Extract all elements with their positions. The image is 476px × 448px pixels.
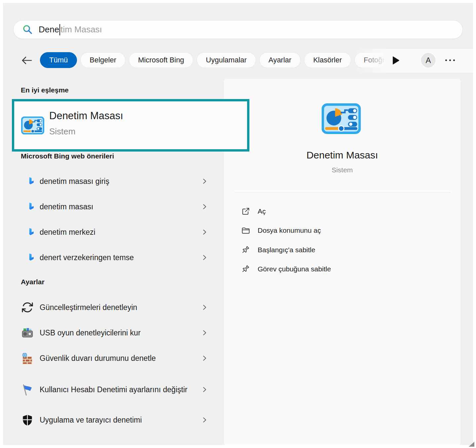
- setting-label: Kullanıcı Hesabı Denetimi ayarlarını değ…: [40, 384, 187, 396]
- tab-klasorler[interactable]: Klasörler: [304, 52, 351, 68]
- refresh-icon: [21, 301, 34, 314]
- preview-panel: Denetim Masası Sistem Aç Dosya konumunu …: [224, 79, 460, 446]
- action-open[interactable]: Aç: [224, 202, 460, 221]
- uac-flag-icon: [21, 383, 34, 396]
- bing-section-header: Microsoft Bing web önerileri: [21, 152, 114, 160]
- setting-row-usb-game-controllers[interactable]: USB oyun denetleyicilerini kur: [13, 324, 219, 342]
- setting-row-app-browser-control[interactable]: Uygulama ve tarayıcı denetimi: [13, 411, 219, 429]
- chevron-right-icon[interactable]: [201, 416, 208, 424]
- pin-icon: [241, 264, 250, 274]
- suggestion-label: denetim masası giriş: [40, 175, 109, 187]
- account-avatar[interactable]: A: [421, 53, 435, 67]
- setting-row-check-updates[interactable]: Güncelleştirmeleri denetleyin: [13, 298, 219, 317]
- action-label: Başlangıç'a sabitle: [258, 246, 315, 254]
- setting-row-uac-settings[interactable]: Kullanıcı Hesabı Denetimi ayarlarını değ…: [13, 374, 219, 405]
- settings-section-header: Ayarlar: [21, 278, 45, 286]
- search-input[interactable]: Denetim Masası: [13, 20, 463, 39]
- best-match-title: Denetim Masası: [49, 110, 123, 122]
- bing-icon: [27, 253, 36, 262]
- best-match-subtitle: Sistem: [49, 126, 75, 137]
- firewall-icon: [21, 352, 34, 364]
- best-match-result[interactable]: Denetim Masası Sistem: [14, 101, 247, 149]
- tabs-fade-overlay: [355, 49, 476, 73]
- bing-suggestion-row[interactable]: denert verzekeringen temse: [13, 248, 219, 267]
- search-suggestion-text: tim Masası: [60, 24, 102, 35]
- control-panel-icon: [321, 103, 361, 134]
- more-options-icon[interactable]: [445, 59, 455, 61]
- tab-microsoft-bing[interactable]: Microsoft Bing: [129, 52, 193, 68]
- best-match-header: En iyi eşleşme: [21, 86, 69, 94]
- tab-belgeler[interactable]: Belgeler: [80, 52, 126, 68]
- text-caret: [59, 24, 60, 35]
- avatar-letter: A: [425, 56, 431, 65]
- setting-row-firewall-status[interactable]: Güvenlik duvarı durumunu denetle: [13, 349, 219, 367]
- bing-icon: [27, 177, 36, 186]
- suggestion-label: denert verzekeringen temse: [40, 252, 134, 263]
- folder-icon: [241, 226, 250, 235]
- setting-label: Güncelleştirmeleri denetleyin: [40, 301, 137, 313]
- search-query: Denetim Masası: [39, 24, 102, 35]
- tab-tumu[interactable]: Tümü: [40, 52, 77, 68]
- chevron-right-icon[interactable]: [201, 354, 208, 362]
- scroll-tabs-right-icon[interactable]: [391, 56, 400, 65]
- chevron-right-icon[interactable]: [201, 303, 208, 311]
- action-label: Aç: [258, 207, 266, 215]
- suggestion-label: denetim masası: [40, 201, 93, 213]
- action-label: Dosya konumunu aç: [258, 226, 321, 234]
- search-icon: [22, 24, 33, 35]
- suggestion-label: denetim merkezi: [40, 226, 95, 238]
- action-open-file-location[interactable]: Dosya konumunu aç: [224, 221, 460, 240]
- bing-icon: [27, 202, 36, 211]
- chevron-right-icon[interactable]: [201, 329, 208, 337]
- chevron-right-icon[interactable]: [201, 228, 208, 236]
- divider: [235, 192, 450, 193]
- setting-label: Güvenlik duvarı durumunu denetle: [40, 352, 156, 364]
- resize-grip[interactable]: [469, 442, 474, 447]
- setting-label: Uygulama ve tarayıcı denetimi: [40, 414, 142, 426]
- bing-suggestion-row[interactable]: denetim masası: [13, 197, 219, 216]
- tab-uygulamalar[interactable]: Uygulamalar: [197, 52, 256, 68]
- search-filter-tabs: Tümü Belgeler Microsoft Bing Uygulamalar…: [40, 52, 384, 69]
- search-typed-text: Dene: [39, 24, 59, 35]
- bing-icon: [27, 228, 36, 237]
- game-controller-icon: [21, 327, 34, 339]
- chevron-right-icon[interactable]: [201, 254, 208, 261]
- preview-subtitle: Sistem: [224, 166, 460, 174]
- setting-label: USB oyun denetleyicilerini kur: [40, 327, 141, 339]
- bing-suggestion-row[interactable]: denetim masası giriş: [13, 172, 219, 190]
- control-panel-icon: [21, 116, 44, 135]
- action-pin-to-start[interactable]: Başlangıç'a sabitle: [224, 241, 460, 259]
- chevron-right-icon[interactable]: [201, 203, 208, 211]
- action-label: Görev çubuğuna sabitle: [258, 265, 331, 273]
- pin-icon: [241, 245, 250, 255]
- security-shield-icon: [21, 414, 34, 426]
- best-match-highlight-box: Denetim Masası Sistem: [12, 99, 249, 152]
- bing-suggestion-row[interactable]: denetim merkezi: [13, 223, 219, 241]
- chevron-right-icon[interactable]: [201, 386, 208, 394]
- open-external-icon: [241, 207, 250, 216]
- tab-ayarlar[interactable]: Ayarlar: [259, 52, 301, 68]
- preview-title: Denetim Masası: [224, 150, 460, 161]
- chevron-right-icon[interactable]: [201, 177, 208, 185]
- back-arrow-icon[interactable]: [20, 54, 33, 66]
- action-pin-to-taskbar[interactable]: Görev çubuğuna sabitle: [224, 260, 460, 278]
